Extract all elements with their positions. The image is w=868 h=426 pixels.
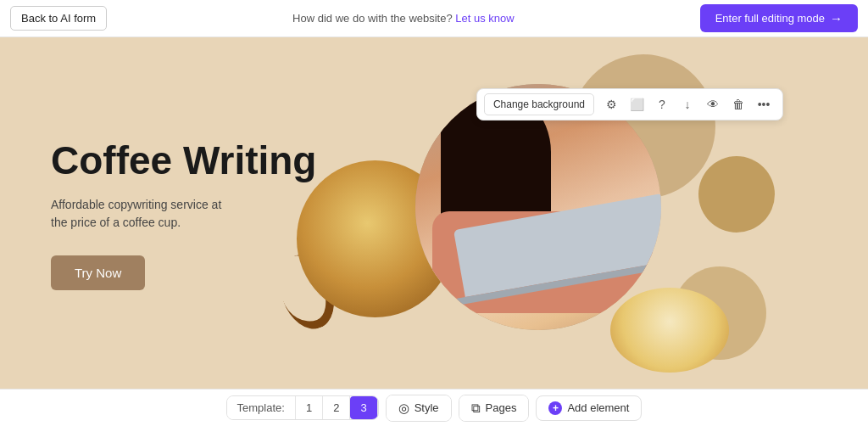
template-selector: Template: 1 2 3 xyxy=(226,395,379,420)
full-editing-mode-button[interactable]: Enter full editing mode → xyxy=(700,4,858,32)
topbar: Back to AI form How did we do with the w… xyxy=(0,0,868,37)
add-element-button[interactable]: + Add element xyxy=(536,395,642,421)
style-label: Style xyxy=(415,401,439,414)
pages-label: Pages xyxy=(486,401,517,414)
template-3-button[interactable]: 3 xyxy=(350,396,377,419)
copy-icon-button[interactable]: ⬜ xyxy=(625,92,648,116)
add-element-plus-icon: + xyxy=(548,401,562,415)
deco-circle-right-brown xyxy=(698,156,775,233)
move-down-icon-button[interactable]: ↓ xyxy=(676,92,699,116)
settings-icon-button[interactable]: ⚙ xyxy=(599,92,623,116)
canvas-area: Coffee Writing Affordable copywriting se… xyxy=(0,37,868,389)
woman-laptop-image xyxy=(415,84,661,330)
style-icon: ◎ xyxy=(398,401,409,416)
change-background-button[interactable]: Change background xyxy=(484,93,594,115)
hero-section: Coffee Writing Affordable copywriting se… xyxy=(51,139,316,290)
pages-icon: ⧉ xyxy=(471,401,481,416)
template-2-button[interactable]: 2 xyxy=(323,396,350,419)
more-options-icon-button[interactable]: ••• xyxy=(752,92,776,116)
help-icon-button[interactable]: ? xyxy=(650,92,674,116)
bottombar: Template: 1 2 3 ◎ Style ⧉ Pages + Add el… xyxy=(0,389,868,426)
full-edit-label: Enter full editing mode xyxy=(715,12,825,25)
hero-title: Coffee Writing xyxy=(51,139,316,182)
back-to-ai-form-button[interactable]: Back to AI form xyxy=(10,6,107,31)
pages-button: ⧉ Pages xyxy=(459,395,530,422)
template-1-button[interactable]: 1 xyxy=(296,396,323,419)
delete-icon-button[interactable]: 🗑 xyxy=(726,92,750,116)
hero-subtitle: Affordable copywriting service at the pr… xyxy=(51,196,237,232)
style-btn[interactable]: ◎ Style xyxy=(387,395,451,421)
topbar-feedback: How did we do with the website? Let us k… xyxy=(292,12,515,25)
visibility-icon-button[interactable]: 👁 xyxy=(701,92,725,116)
feedback-link[interactable]: Let us know xyxy=(455,12,514,25)
section-toolbar: Change background ⚙ ⬜ ? ↓ 👁 🗑 ••• xyxy=(476,88,783,121)
template-label: Template: xyxy=(227,396,296,419)
pages-btn[interactable]: ⧉ Pages xyxy=(459,395,529,421)
feedback-text: How did we do with the website? xyxy=(292,12,453,25)
add-element-label: Add element xyxy=(567,401,629,414)
full-edit-arrow-icon: → xyxy=(830,11,843,25)
try-now-button[interactable]: Try Now xyxy=(51,255,145,290)
style-button: ◎ Style xyxy=(386,395,452,422)
